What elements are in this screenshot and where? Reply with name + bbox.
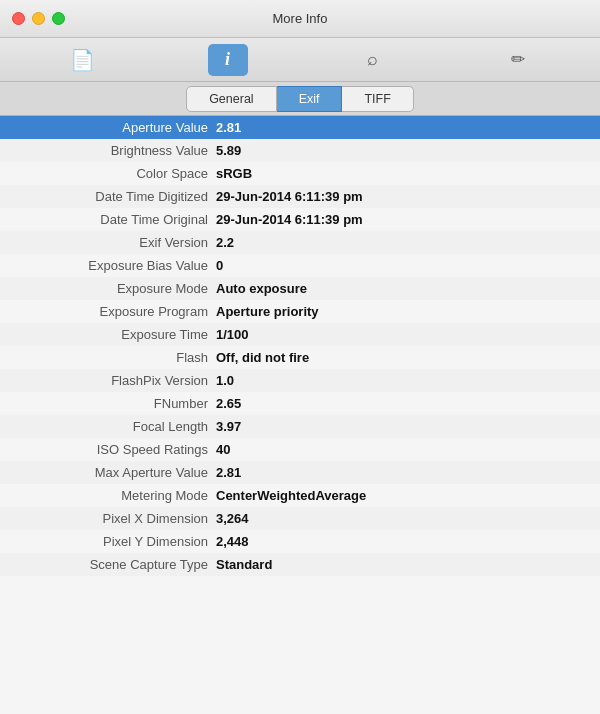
row-label: Metering Mode	[16, 488, 216, 503]
row-value: 5.89	[216, 143, 584, 158]
table-row[interactable]: Pixel X Dimension3,264	[0, 507, 600, 530]
toolbar: 📄 i ⌕ ✏	[0, 38, 600, 82]
row-label: Color Space	[16, 166, 216, 181]
row-value: CenterWeightedAverage	[216, 488, 584, 503]
row-value: 1.0	[216, 373, 584, 388]
row-value: 29-Jun-2014 6:11:39 pm	[216, 189, 584, 204]
row-label: Exposure Mode	[16, 281, 216, 296]
table-row[interactable]: Exposure ModeAuto exposure	[0, 277, 600, 300]
table-row[interactable]: FlashPix Version1.0	[0, 369, 600, 392]
table-row[interactable]: FNumber2.65	[0, 392, 600, 415]
row-value: 2.81	[216, 465, 584, 480]
row-value: Off, did not fire	[216, 350, 584, 365]
row-label: FlashPix Version	[16, 373, 216, 388]
table-row[interactable]: Color SpacesRGB	[0, 162, 600, 185]
window-title: More Info	[273, 11, 328, 26]
table-row[interactable]: Brightness Value5.89	[0, 139, 600, 162]
row-value: Standard	[216, 557, 584, 572]
table-row[interactable]: FlashOff, did not fire	[0, 346, 600, 369]
row-label: ISO Speed Ratings	[16, 442, 216, 457]
row-label: Focal Length	[16, 419, 216, 434]
row-value: 29-Jun-2014 6:11:39 pm	[216, 212, 584, 227]
row-value: 0	[216, 258, 584, 273]
row-value: 2,448	[216, 534, 584, 549]
row-label: Pixel X Dimension	[16, 511, 216, 526]
table-row[interactable]: Exposure ProgramAperture priority	[0, 300, 600, 323]
close-button[interactable]	[12, 12, 25, 25]
minimize-button[interactable]	[32, 12, 45, 25]
title-bar: More Info	[0, 0, 600, 38]
exif-content: Aperture Value2.81Brightness Value5.89Co…	[0, 116, 600, 714]
search-tab-button[interactable]: ⌕	[353, 44, 393, 76]
tab-general[interactable]: General	[186, 86, 276, 112]
row-label: Brightness Value	[16, 143, 216, 158]
row-label: Aperture Value	[16, 120, 216, 135]
row-label: Exposure Bias Value	[16, 258, 216, 273]
row-value: 2.65	[216, 396, 584, 411]
row-label: Max Aperture Value	[16, 465, 216, 480]
info-tab-button[interactable]: i	[208, 44, 248, 76]
table-row[interactable]: Scene Capture TypeStandard	[0, 553, 600, 576]
row-value: sRGB	[216, 166, 584, 181]
row-value: 3.97	[216, 419, 584, 434]
tabs-row: General Exif TIFF	[0, 82, 600, 116]
row-value: Aperture priority	[216, 304, 584, 319]
row-label: Pixel Y Dimension	[16, 534, 216, 549]
row-value: Auto exposure	[216, 281, 584, 296]
row-value: 2.81	[216, 120, 584, 135]
table-row[interactable]: Exposure Time1/100	[0, 323, 600, 346]
row-value: 1/100	[216, 327, 584, 342]
row-label: Exposure Time	[16, 327, 216, 342]
tab-exif[interactable]: Exif	[277, 86, 343, 112]
table-row[interactable]: Aperture Value2.81	[0, 116, 600, 139]
row-label: Exposure Program	[16, 304, 216, 319]
row-label: FNumber	[16, 396, 216, 411]
traffic-lights	[12, 12, 65, 25]
table-row[interactable]: Exposure Bias Value0	[0, 254, 600, 277]
tab-tiff[interactable]: TIFF	[342, 86, 413, 112]
row-value: 40	[216, 442, 584, 457]
table-row[interactable]: Pixel Y Dimension2,448	[0, 530, 600, 553]
table-row[interactable]: Exif Version2.2	[0, 231, 600, 254]
table-row[interactable]: Date Time Digitized29-Jun-2014 6:11:39 p…	[0, 185, 600, 208]
table-row[interactable]: Date Time Original29-Jun-2014 6:11:39 pm	[0, 208, 600, 231]
row-label: Flash	[16, 350, 216, 365]
table-row[interactable]: Metering ModeCenterWeightedAverage	[0, 484, 600, 507]
table-row[interactable]: Focal Length3.97	[0, 415, 600, 438]
edit-tab-button[interactable]: ✏	[498, 44, 538, 76]
maximize-button[interactable]	[52, 12, 65, 25]
table-row[interactable]: Max Aperture Value2.81	[0, 461, 600, 484]
row-label: Scene Capture Type	[16, 557, 216, 572]
row-label: Date Time Digitized	[16, 189, 216, 204]
row-label: Exif Version	[16, 235, 216, 250]
row-label: Date Time Original	[16, 212, 216, 227]
row-value: 3,264	[216, 511, 584, 526]
table-row[interactable]: ISO Speed Ratings40	[0, 438, 600, 461]
file-tab-button[interactable]: 📄	[63, 44, 103, 76]
row-value: 2.2	[216, 235, 584, 250]
